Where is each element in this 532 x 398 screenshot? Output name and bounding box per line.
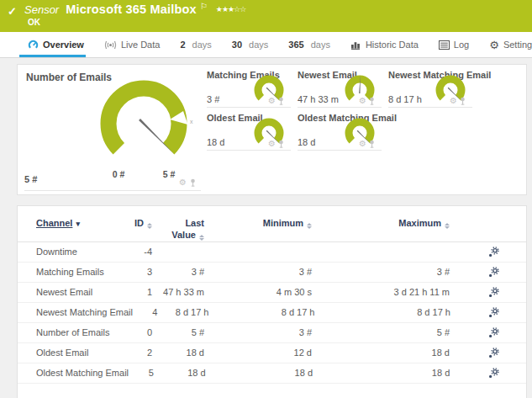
channel-id: -4 — [127, 247, 152, 257]
column-header-id[interactable]: ID — [127, 218, 152, 229]
channel-maximum: 18 d — [313, 368, 450, 378]
gauge-pin-icon[interactable] — [369, 97, 375, 105]
channel-id: 0 — [127, 327, 152, 337]
channel-id: 2 — [127, 348, 152, 358]
column-label[interactable]: Channel — [36, 218, 72, 228]
channel-last-value: 18 d — [152, 348, 204, 358]
sensor-header: ✓ Sensor Microsoft 365 Mailbox ⚐ ★★★☆☆ O… — [0, 0, 532, 32]
channels-panel: Channel▾ ID Last Value Minimum Maximum D… — [17, 205, 527, 398]
gauge-pin-icon[interactable] — [190, 178, 196, 187]
sort-icon[interactable] — [199, 235, 204, 241]
channel-settings-icon[interactable] — [488, 368, 499, 379]
tab-label: days — [311, 40, 330, 50]
gauge-settings-gear-icon[interactable]: ⚙ — [179, 178, 187, 187]
column-header-channel[interactable]: Channel▾ — [36, 218, 127, 228]
channel-name: Oldest Email — [36, 348, 127, 358]
tab-30-days[interactable]: 30 days — [222, 32, 279, 57]
tab-365-days[interactable]: 365 days — [278, 32, 340, 57]
flag-icon[interactable]: ⚐ — [200, 2, 208, 11]
channel-row: Newest Matching Email 4 8 d 17 h 8 d 17 … — [18, 303, 526, 323]
channel-maximum: 18 d — [312, 348, 450, 358]
tab-live-data[interactable]: Live Data — [94, 32, 170, 57]
tab-label: Settings — [503, 40, 532, 50]
tab-label: Historic Data — [366, 40, 419, 50]
gauge-pin-icon[interactable] — [460, 97, 466, 105]
channel-last-value: 5 # — [152, 327, 204, 337]
gauge-tile[interactable]: Matching Emails 3 # ⚙ — [207, 70, 291, 108]
tab-label: days — [192, 40, 212, 50]
channel-settings-icon[interactable] — [488, 247, 499, 257]
gauges-panel: Number of Emails x 0 # 5 # 5 # ⚙ — [17, 64, 527, 195]
channel-name: Newest Matching Email — [36, 307, 133, 317]
gauge-value: 3 # — [207, 94, 219, 104]
tab-2-days[interactable]: 2 days — [170, 32, 221, 57]
gauge-settings-gear-icon[interactable]: ⚙ — [450, 97, 457, 105]
column-label: Maximum — [398, 218, 441, 228]
gauge-tile[interactable]: Oldest Email 18 d ⚙ — [207, 113, 291, 151]
tab-historic-data[interactable]: Historic Data — [340, 32, 429, 57]
main-gauge-dial: x — [81, 77, 207, 176]
status-badge: OK — [28, 18, 40, 27]
mini-gauge-arc — [258, 122, 280, 141]
channel-id: 5 — [129, 368, 154, 378]
mini-gauge-arc — [258, 79, 280, 98]
bar-chart-icon — [350, 40, 361, 50]
gauge-marker-icon: x — [190, 119, 193, 125]
column-header-last-value[interactable]: Last Value — [152, 218, 204, 241]
gauge-settings-gear-icon[interactable]: ⚙ — [359, 97, 366, 105]
gauge-tile-actions: ⚙ — [359, 140, 375, 148]
column-label: Value — [171, 230, 196, 240]
priority-stars-icon[interactable]: ★★★☆☆ — [216, 5, 245, 13]
channel-row: Oldest Matching Email 5 18 d 18 d 18 d — [18, 364, 526, 384]
main-gauge-actions: ⚙ — [179, 178, 196, 187]
main-gauge-arc — [108, 88, 179, 149]
channel-last-value: 47 h 33 m — [152, 287, 204, 297]
channel-minimum: 3 # — [204, 327, 312, 337]
column-label: Minimum — [263, 218, 303, 228]
channel-name: Matching Emails — [36, 267, 127, 277]
tab-log[interactable]: Log — [429, 32, 479, 57]
gauge-value: 47 h 33 m — [298, 94, 339, 104]
channel-minimum: 3 # — [204, 267, 312, 277]
gauge-tile-actions: ⚙ — [450, 97, 466, 105]
channel-row: Matching Emails 3 3 # 3 # 3 # — [18, 263, 526, 283]
channel-settings-icon[interactable] — [488, 327, 499, 338]
live-icon — [104, 40, 117, 50]
gauge-settings-gear-icon[interactable]: ⚙ — [268, 97, 276, 105]
gauge-tile-actions: ⚙ — [268, 140, 284, 148]
mini-gauge-arc — [440, 79, 461, 98]
channel-minimum: 8 d 17 h — [209, 307, 315, 317]
main-gauge-value: 5 # — [24, 174, 37, 184]
column-header-minimum[interactable]: Minimum — [204, 218, 312, 229]
gauge-value: 18 d — [207, 137, 224, 147]
channel-last-value: 8 d 17 h — [157, 307, 208, 317]
tab-bar: Overview Live Data 2 days 30 days 365 da… — [0, 32, 532, 58]
gauge-settings-gear-icon[interactable]: ⚙ — [268, 140, 276, 148]
gauge-pin-icon[interactable] — [278, 97, 284, 105]
tab-label: Live Data — [121, 40, 160, 50]
tab-settings[interactable]: ⚙ Settings — [479, 32, 532, 57]
gauge-tile[interactable]: Newest Email 47 h 33 m ⚙ — [298, 70, 382, 108]
sensor-title-row: Sensor Microsoft 365 Mailbox ⚐ ★★★☆☆ — [24, 3, 245, 16]
object-kind-label: Sensor — [24, 3, 59, 16]
channel-table-header: Channel▾ ID Last Value Minimum Maximum — [18, 206, 526, 242]
gauge-pin-icon[interactable] — [278, 140, 284, 148]
column-header-maximum[interactable]: Maximum — [312, 218, 450, 229]
gauge-tile-actions: ⚙ — [359, 97, 375, 105]
main-gauge[interactable]: Number of Emails x 0 # 5 # 5 # ⚙ — [18, 65, 207, 196]
status-check-icon: ✓ — [8, 5, 17, 18]
column-label: ID — [134, 218, 144, 228]
channel-settings-icon[interactable] — [488, 287, 499, 298]
channel-settings-icon[interactable] — [488, 307, 499, 318]
channel-settings-icon[interactable] — [488, 348, 499, 358]
channel-settings-icon[interactable] — [488, 267, 499, 278]
tab-number: 30 — [232, 40, 242, 50]
tab-label: Overview — [43, 40, 84, 50]
tab-overview[interactable]: Overview — [18, 32, 94, 57]
gauge-tile[interactable]: Oldest Matching Email 18 d ⚙ — [298, 113, 382, 151]
gauge-settings-gear-icon[interactable]: ⚙ — [359, 140, 366, 148]
gauge-pin-icon[interactable] — [369, 140, 375, 148]
gauge-tile[interactable]: Newest Matching Email 8 d 17 h ⚙ — [388, 70, 472, 108]
sort-icon[interactable] — [445, 223, 450, 229]
channel-table-body: Downtime -4 Matching Emails 3 3 # 3 — [18, 242, 526, 384]
